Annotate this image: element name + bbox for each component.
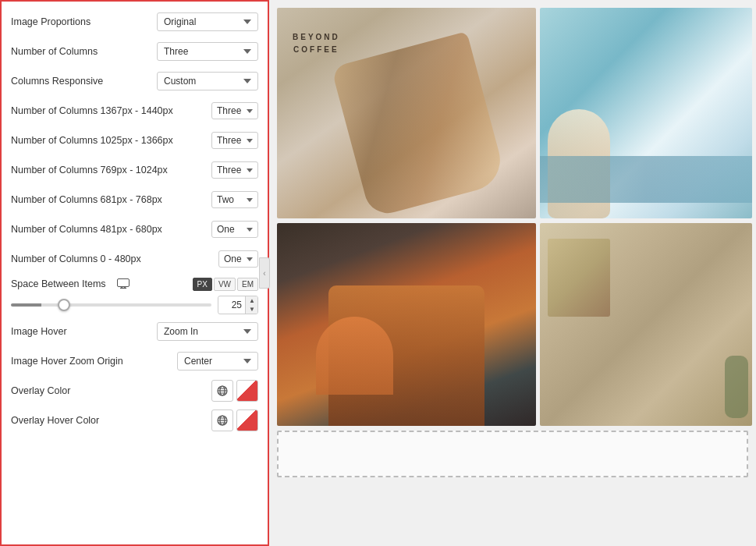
col-1367-1440-label: Number of Columns 1367px - 1440px xyxy=(11,105,211,117)
space-between-top: Space Between Items PX VW EM xyxy=(11,278,258,291)
space-slider[interactable] xyxy=(11,303,211,307)
hand-shape xyxy=(331,31,507,218)
svg-rect-0 xyxy=(117,278,129,286)
preview-content: BEYONDCOFFEE xyxy=(277,8,748,538)
slider-value-wrap: ▲ ▼ xyxy=(218,296,258,314)
couch-image xyxy=(540,8,752,218)
overlay-color-label: Overlay Color xyxy=(11,385,211,397)
overlay-hover-color-label: Overlay Hover Color xyxy=(11,414,211,427)
overlay-hover-color-swatches xyxy=(211,410,258,431)
space-between-row: Space Between Items PX VW EM xyxy=(11,278,258,314)
monitor-icon xyxy=(117,278,130,291)
unit-px-button[interactable]: PX xyxy=(193,278,212,291)
overlay-color-swatches xyxy=(211,380,258,402)
stepper-up-button[interactable]: ▲ xyxy=(246,296,258,305)
overlay-hover-color-globe-button[interactable] xyxy=(211,410,233,431)
columns-responsive-row: Columns Responsive Auto Custom xyxy=(11,70,258,92)
image-proportions-label: Image Proportions xyxy=(11,16,157,28)
preview-panel: BEYONDCOFFEE xyxy=(269,0,756,546)
overlay-color-globe-button[interactable] xyxy=(211,380,233,402)
image-hover-select[interactable]: None Zoom In Zoom Out xyxy=(157,322,258,341)
image-hover-row: Image Hover None Zoom In Zoom Out xyxy=(11,321,258,342)
col-769-1024-row: Number of Columns 769px - 1024px One Two… xyxy=(11,159,258,181)
slider-row: ▲ ▼ xyxy=(11,296,258,314)
col-481-680-label: Number of Columns 481px - 680px xyxy=(11,223,211,236)
col-0-480-select[interactable]: One Two xyxy=(218,250,258,268)
col-681-768-row: Number of Columns 681px - 768px One Two … xyxy=(11,189,258,211)
number-of-columns-label: Number of Columns xyxy=(11,45,157,58)
overlay-hover-color-clear-button[interactable] xyxy=(236,410,258,431)
image-hover-zoom-origin-label: Image Hover Zoom Origin xyxy=(11,355,177,367)
bottom-images-grid xyxy=(277,223,748,426)
col-1025-1366-label: Number of Columns 1025px - 1366px xyxy=(11,134,211,147)
box-image xyxy=(540,223,752,426)
col-681-768-label: Number of Columns 681px - 768px xyxy=(11,193,211,206)
stepper: ▲ ▼ xyxy=(245,296,258,314)
image-hover-zoom-origin-select[interactable]: Center Top Left Top Right Bottom Left Bo… xyxy=(177,352,258,370)
col-769-1024-label: Number of Columns 769px - 1024px xyxy=(11,164,211,176)
number-of-columns-select[interactable]: One Two Three Four xyxy=(157,42,258,61)
units-group: PX VW EM xyxy=(193,278,258,291)
package-box xyxy=(548,239,610,317)
col-1367-1440-row: Number of Columns 1367px - 1440px One Tw… xyxy=(11,100,258,122)
overlay-color-row: Overlay Color xyxy=(11,380,258,402)
col-1367-1440-select[interactable]: One Two Three Four xyxy=(211,102,258,119)
space-value-input[interactable] xyxy=(218,297,245,313)
image-proportions-select[interactable]: Original Square Landscape Portrait xyxy=(157,12,258,31)
col-481-680-row: Number of Columns 481px - 680px One Two … xyxy=(11,218,258,240)
image-hover-zoom-origin-row: Image Hover Zoom Origin Center Top Left … xyxy=(11,350,258,372)
col-0-480-row: Number of Columns 0 - 480px One Two xyxy=(11,248,258,270)
couch-shape xyxy=(540,156,752,203)
stepper-down-button[interactable]: ▼ xyxy=(246,305,258,314)
overlay-hover-color-row: Overlay Hover Color xyxy=(11,410,258,431)
bag-image xyxy=(277,223,536,426)
columns-responsive-select[interactable]: Auto Custom xyxy=(157,72,258,90)
unit-vw-button[interactable]: VW xyxy=(214,278,236,291)
col-1025-1366-select[interactable]: One Two Three Four xyxy=(211,132,258,149)
image-proportions-row: Image Proportions Original Square Landsc… xyxy=(11,11,258,33)
columns-responsive-label: Columns Responsive xyxy=(11,75,157,87)
overlay-color-clear-button[interactable] xyxy=(236,380,258,402)
settings-panel: Image Proportions Original Square Landsc… xyxy=(0,0,269,546)
unit-em-button[interactable]: EM xyxy=(237,278,258,291)
image-hover-label: Image Hover xyxy=(11,325,157,338)
coffee-text: BEYONDCOFFEE xyxy=(293,31,340,56)
drop-zone xyxy=(277,431,748,477)
col-1025-1366-row: Number of Columns 1025px - 1366px One Tw… xyxy=(11,129,258,151)
space-between-label: Space Between Items xyxy=(11,278,112,290)
plant-shape xyxy=(725,356,748,418)
col-481-680-select[interactable]: One Two Three xyxy=(211,221,258,238)
col-681-768-select[interactable]: One Two Three Four xyxy=(211,191,258,208)
person-body xyxy=(316,317,394,395)
coffee-image: BEYONDCOFFEE xyxy=(277,8,536,218)
col-0-480-label: Number of Columns 0 - 480px xyxy=(11,253,218,265)
top-images-grid: BEYONDCOFFEE xyxy=(277,8,748,218)
panel-collapse-handle[interactable]: ‹ xyxy=(259,257,270,289)
col-769-1024-select[interactable]: One Two Three Four xyxy=(211,161,258,179)
number-of-columns-row: Number of Columns One Two Three Four xyxy=(11,41,258,62)
space-label-group: Space Between Items xyxy=(11,278,130,290)
